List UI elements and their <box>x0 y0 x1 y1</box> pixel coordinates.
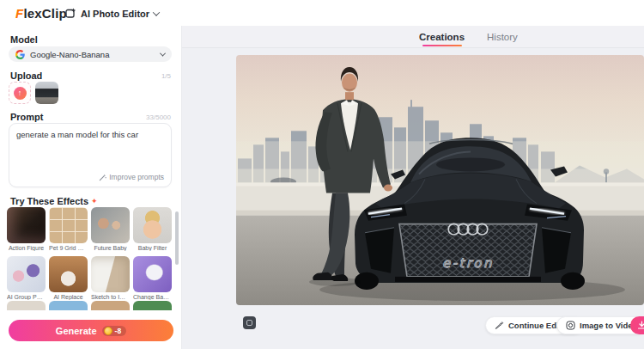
effect-label: Action Figure <box>7 245 46 251</box>
download-icon <box>637 321 644 330</box>
upload-label: Upload <box>10 70 42 81</box>
effects-grid: Action Figure Pet 9 Grid Meme Future Bab… <box>7 207 175 300</box>
effect-label: Pet 9 Grid Meme <box>49 245 88 251</box>
effect-thumbnail <box>7 256 46 292</box>
effect-thumbnail <box>91 207 130 243</box>
effects-row-clipped[interactable] <box>7 301 175 310</box>
effect-baby-filter[interactable]: Baby Filter <box>133 207 172 251</box>
photo-editor-icon <box>65 8 76 19</box>
effect-ai-replace[interactable]: AI Replace <box>49 256 88 300</box>
sparkle-icon: ✦ <box>91 197 98 205</box>
effect-thumbnail <box>91 256 130 292</box>
ai-photo-editor-app: FlexClip AI Photo Editor Model Google-Na… <box>0 0 644 349</box>
tab-label: History <box>487 32 518 42</box>
prompt-label: Prompt <box>10 112 44 122</box>
effect-future-baby[interactable]: Future Baby <box>91 207 130 251</box>
logo-f: F <box>15 6 23 21</box>
watermark-badge-button[interactable] <box>243 316 256 329</box>
improve-prompts-button[interactable]: Improve prompts <box>99 173 164 181</box>
upload-button[interactable]: ↑ <box>9 82 31 104</box>
effect-sketch-to-image[interactable]: Sketch to Image <box>91 256 130 300</box>
logo-text: lexClip <box>23 6 67 21</box>
image-to-video-icon <box>566 321 575 330</box>
effect-change-background[interactable]: Change Backgr... <box>133 256 172 300</box>
generate-label: Generate <box>56 326 97 336</box>
effect-action-figure[interactable]: Action Figure <box>7 207 46 251</box>
generate-button[interactable]: Generate -8 <box>9 320 173 341</box>
pencil-icon <box>495 321 504 330</box>
tab-history[interactable]: History <box>487 26 518 48</box>
model-select[interactable]: Google-Nano-Banana <box>9 46 172 62</box>
prompt-char-count: 33/5000 <box>146 113 171 121</box>
effect-label: AI Group Portrait <box>7 294 46 300</box>
generated-image[interactable]: e-tron <box>236 55 644 305</box>
model-label: Model <box>10 34 38 45</box>
credit-cost: -8 <box>115 327 122 335</box>
flexclip-logo[interactable]: FlexClip <box>15 6 67 21</box>
upload-icon: ↑ <box>14 87 27 100</box>
improve-prompts-label: Improve prompts <box>109 173 164 181</box>
effect-thumbnail <box>133 207 172 243</box>
google-icon <box>15 50 25 59</box>
effect-label: Sketch to Image <box>91 294 130 300</box>
chevron-down-icon <box>153 9 160 15</box>
effect-thumbnail <box>133 256 172 292</box>
upload-count: 1/5 <box>161 72 171 80</box>
model-value: Google-Nano-Banana <box>30 50 155 59</box>
sidebar: Model Google-Nano-Banana Upload 1/5 ↑ Pr… <box>0 26 182 349</box>
effect-thumbnail <box>49 256 88 292</box>
app-switcher[interactable]: AI Photo Editor <box>65 5 159 21</box>
coin-icon <box>104 327 112 335</box>
uploaded-car-thumbnail[interactable] <box>35 82 58 104</box>
app-name: AI Photo Editor <box>81 9 149 19</box>
tab-label: Creations <box>419 32 465 42</box>
badge-glyph-icon <box>246 320 252 326</box>
magic-wand-icon <box>99 174 106 181</box>
effect-label: AI Replace <box>49 294 88 300</box>
effect-thumbnail <box>49 207 88 243</box>
effects-title: Try These Effects <box>10 196 88 206</box>
image-to-video-label: Image to Video <box>580 321 637 330</box>
effect-label: Future Baby <box>91 245 130 251</box>
effect-thumbnail <box>7 207 46 243</box>
credit-cost-pill: -8 <box>102 326 127 336</box>
active-tab-underline <box>422 45 462 47</box>
etron-badge-text: e-tron <box>442 255 494 271</box>
effect-pet-9-grid-meme[interactable]: Pet 9 Grid Meme <box>49 207 88 251</box>
chevron-down-icon <box>160 50 166 56</box>
tab-bar: Creations History <box>182 26 644 48</box>
prompt-input[interactable]: generate a man model for this car <box>9 124 171 165</box>
effect-ai-group-portrait[interactable]: AI Group Portrait <box>7 256 46 300</box>
effect-label: Baby Filter <box>133 245 172 251</box>
prompt-box: generate a man model for this car Improv… <box>9 123 172 187</box>
top-bar: FlexClip AI Photo Editor <box>0 0 644 26</box>
sidebar-scrollbar[interactable] <box>175 211 179 265</box>
tab-creations[interactable]: Creations <box>419 26 465 48</box>
effect-label: Change Backgr... <box>133 294 172 300</box>
download-button[interactable] <box>630 316 644 334</box>
